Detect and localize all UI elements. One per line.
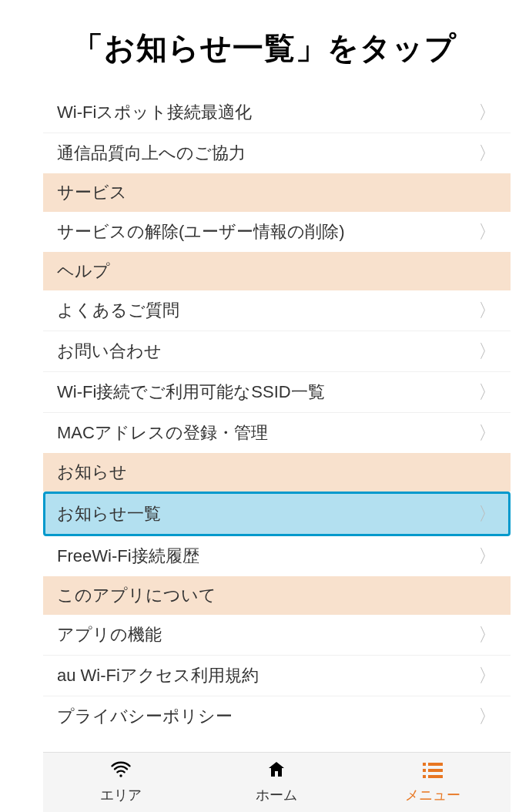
nav-label: エリア [100, 786, 142, 804]
chevron-right-icon: 〉 [478, 339, 497, 364]
menu-item-wifi-spot[interactable]: Wi-Fiスポット接続最適化 〉 [43, 92, 511, 133]
menu-item-label: au Wi-Fiアクセス利用規約 [57, 664, 259, 687]
chevron-right-icon: 〉 [478, 622, 497, 647]
menu-item-privacy[interactable]: プライバシーポリシー 〉 [43, 696, 511, 737]
svg-rect-0 [423, 763, 426, 766]
chevron-right-icon: 〉 [478, 141, 497, 166]
menu-item-label: MACアドレスの登録・管理 [57, 421, 268, 445]
nav-item-menu[interactable]: メニュー [355, 754, 511, 810]
section-header-notice: お知らせ [43, 453, 511, 492]
chevron-right-icon: 〉 [478, 220, 497, 244]
menu-item-label: お知らせ一覧 [57, 502, 161, 525]
chevron-right-icon: 〉 [478, 298, 497, 323]
header: 「お知らせ一覧」をタップ [0, 0, 529, 92]
menu-item-service-cancel[interactable]: サービスの解除(ユーザー情報の削除) 〉 [43, 212, 511, 252]
menu-item-label: Wi-Fiスポット接続最適化 [57, 101, 252, 124]
chevron-right-icon: 〉 [478, 380, 497, 404]
section-header-help: ヘルプ [43, 252, 511, 290]
menu-item-label: プライバシーポリシー [57, 705, 233, 728]
menu-item-faq[interactable]: よくあるご質問 〉 [43, 290, 511, 331]
svg-rect-3 [428, 769, 443, 772]
home-icon [267, 760, 286, 784]
menu-icon [423, 760, 443, 784]
nav-label: メニュー [405, 786, 460, 804]
menu-item-app-features[interactable]: アプリの機能 〉 [43, 615, 511, 656]
menu-item-label: FreeWi-Fi接続履歴 [57, 545, 199, 568]
svg-rect-1 [428, 763, 443, 766]
menu-item-freewifi-history[interactable]: FreeWi-Fi接続履歴 〉 [43, 536, 511, 576]
bottom-nav: エリア ホーム メニュー [43, 752, 511, 812]
nav-item-area[interactable]: エリア [43, 754, 199, 810]
nav-item-home[interactable]: ホーム [199, 754, 354, 810]
menu-item-label: お問い合わせ [57, 340, 162, 363]
menu-item-terms[interactable]: au Wi-Fiアクセス利用規約 〉 [43, 656, 511, 696]
menu-item-label: Wi-Fi接続でご利用可能なSSID一覧 [57, 381, 325, 404]
menu-item-label: サービスの解除(ユーザー情報の削除) [57, 220, 345, 243]
section-header-about: このアプリについて [43, 576, 511, 615]
svg-rect-2 [423, 769, 426, 772]
svg-rect-5 [428, 775, 443, 778]
menu-item-label: よくあるご質問 [57, 299, 179, 322]
menu-item-contact[interactable]: お問い合わせ 〉 [43, 331, 511, 372]
nav-label: ホーム [256, 786, 297, 804]
chevron-right-icon: 〉 [478, 704, 497, 729]
menu-item-label: 通信品質向上へのご協力 [57, 142, 246, 165]
menu-item-label: アプリの機能 [57, 623, 162, 646]
section-header-service: サービス [43, 173, 511, 212]
chevron-right-icon: 〉 [478, 663, 497, 688]
menu-item-notice-list[interactable]: お知らせ一覧 〉 [43, 492, 511, 536]
page-title: 「お知らせ一覧」をタップ [15, 27, 514, 69]
chevron-right-icon: 〉 [478, 421, 497, 445]
chevron-right-icon: 〉 [478, 544, 497, 569]
menu-item-quality[interactable]: 通信品質向上へのご協力 〉 [43, 133, 511, 173]
wifi-icon [110, 760, 132, 784]
svg-rect-4 [423, 775, 426, 778]
menu-container: Wi-Fiスポット接続最適化 〉 通信品質向上へのご協力 〉 サービス サービス… [0, 92, 529, 737]
menu-item-ssid-list[interactable]: Wi-Fi接続でご利用可能なSSID一覧 〉 [43, 372, 511, 413]
menu-item-mac-address[interactable]: MACアドレスの登録・管理 〉 [43, 413, 511, 453]
chevron-right-icon: 〉 [478, 100, 497, 125]
chevron-right-icon: 〉 [478, 502, 497, 526]
